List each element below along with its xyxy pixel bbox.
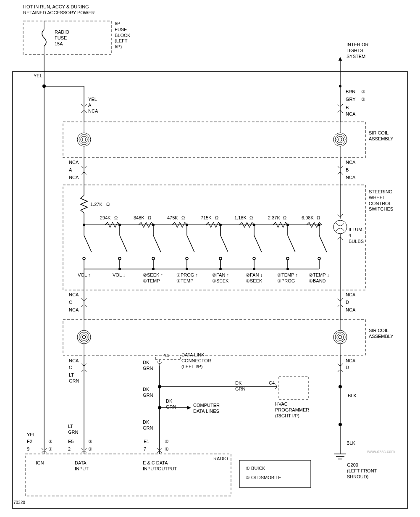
svg-point-42 [152, 224, 155, 226]
sw0t: VOL ↑ [78, 272, 90, 278]
svg-point-14 [82, 138, 86, 141]
r0: 294K [100, 215, 111, 221]
ohm6: Ω [317, 215, 320, 221]
svg-point-55 [186, 257, 188, 260]
ohm3: Ω [215, 215, 218, 221]
svg-point-90 [337, 334, 344, 340]
sw7t: ②TEMP ↓ [309, 272, 329, 278]
svg-point-85 [82, 335, 86, 339]
svg-line-50 [120, 235, 127, 252]
pin-d: D [346, 300, 349, 306]
svg-line-56 [220, 235, 228, 252]
svg-point-78 [286, 268, 289, 270]
svg-line-58 [254, 235, 262, 252]
yel-a-nca: YEL A NCA [88, 97, 98, 114]
nca-lower-l: NCA [69, 358, 79, 364]
svg-point-53 [152, 257, 155, 260]
data-input-label: DATA INPUT [75, 460, 89, 472]
ohm1: Ω [148, 215, 151, 221]
c1-2: ① [88, 446, 92, 452]
svg-point-51 [118, 257, 121, 260]
svg-point-45 [253, 224, 255, 226]
blk1: BLK [348, 393, 357, 399]
hvac-label: HVAC PROGRAMMER (RIGHT I/P) [275, 401, 309, 419]
nca-l2: NCA [69, 160, 79, 166]
svg-point-43 [186, 224, 188, 226]
g200: G200 (LEFT FRONT SHROUD) [347, 462, 377, 480]
circled-1a: ① [361, 97, 365, 103]
svg-point-41 [118, 224, 121, 226]
svg-point-40 [83, 224, 85, 226]
ign-label: IGN [36, 460, 44, 466]
svg-line-60 [288, 235, 295, 252]
svg-point-86 [81, 334, 87, 340]
c1-7: ① [165, 446, 169, 452]
ltgrn2: LT GRN [68, 424, 78, 435]
p7: 7 [144, 446, 146, 452]
ltgrn1: LT GRN [69, 372, 79, 384]
illum-label: ILLUM- 4 BULBS [349, 227, 364, 244]
c4: C4 [269, 380, 275, 386]
sw6t: ②TEMP ↑ [277, 272, 298, 278]
p9: 9 [27, 446, 29, 452]
gry-label: GRY [346, 97, 356, 103]
yel2: YEL [27, 432, 36, 438]
sw2b: ①TEMP [143, 278, 160, 284]
svg-line-62 [319, 235, 327, 252]
r1: 348K [134, 215, 144, 221]
nca-c-bot: NCA [69, 307, 79, 313]
dlc-label: DATA LINK CONNECTOR (LEFT I/P) [181, 352, 211, 369]
nca-lower-r: NCA [346, 358, 355, 364]
svg-rect-115 [25, 454, 231, 496]
r5: 2.37K [268, 215, 280, 221]
interior-lights-label: INTERIOR LIGHTS SYSTEM [346, 42, 369, 59]
pin-b2: B [346, 167, 349, 173]
svg-point-21 [333, 133, 347, 146]
f2: F2 [27, 439, 32, 445]
svg-point-75 [186, 268, 188, 270]
pin-a2: A [69, 167, 72, 173]
hot-in-label: HOT IN RUN, ACCY & DURING RETAINED ACCES… [23, 4, 95, 16]
c2-f2: ② [48, 439, 52, 445]
sw4b: ①SEEK [212, 278, 228, 284]
svg-line-48 [84, 235, 92, 252]
svg-point-100 [339, 423, 342, 426]
r127k: 1.27K [90, 202, 102, 208]
radio-label: RADIO [213, 456, 228, 462]
c2-e1: ② [165, 439, 169, 445]
svg-point-92 [333, 330, 347, 344]
svg-line-52 [153, 235, 161, 252]
sw5t: ②FAN ↓ [246, 272, 262, 278]
svg-rect-113 [279, 376, 308, 399]
schematic-svg [0, 0, 420, 517]
blk2: BLK [346, 441, 355, 446]
svg-point-46 [286, 224, 289, 226]
svg-point-63 [318, 257, 320, 260]
fuse-block-label: I/P FUSE BLOCK (LEFT I/P) [115, 21, 130, 50]
pin-d-lower: D [346, 365, 349, 371]
nca-r2: NCA [346, 160, 355, 166]
svg-point-17 [77, 133, 91, 146]
sw1t: VOL ↓ [113, 272, 125, 278]
svg-point-80 [333, 220, 347, 234]
brn-label: BRN [346, 89, 355, 95]
wiring-diagram: HOT IN RUN, ACCY & DURING RETAINED ACCES… [0, 0, 420, 517]
nca-d-bot: NCA [346, 307, 355, 313]
sw7b: ①BAND [309, 278, 326, 284]
r3: 715K [201, 215, 212, 221]
c1-9: ① [48, 446, 52, 452]
sw2t: ②SEEK ↑ [143, 272, 163, 278]
svg-point-99 [339, 385, 342, 388]
computer-data: COMPUTER DATA LINES [193, 403, 220, 414]
svg-point-12 [339, 85, 341, 87]
svg-point-59 [253, 257, 255, 260]
svg-point-57 [219, 257, 222, 260]
pin-c: C [69, 300, 72, 306]
yel-label: YEL [34, 73, 42, 79]
svg-point-74 [152, 268, 155, 270]
dkgrn2: DK GRN [235, 380, 245, 392]
svg-point-47 [318, 224, 320, 226]
ec-data-label: E & C DATA INPUT/OUTPUT [143, 460, 177, 472]
svg-rect-13 [63, 122, 365, 158]
svg-point-73 [118, 268, 121, 270]
